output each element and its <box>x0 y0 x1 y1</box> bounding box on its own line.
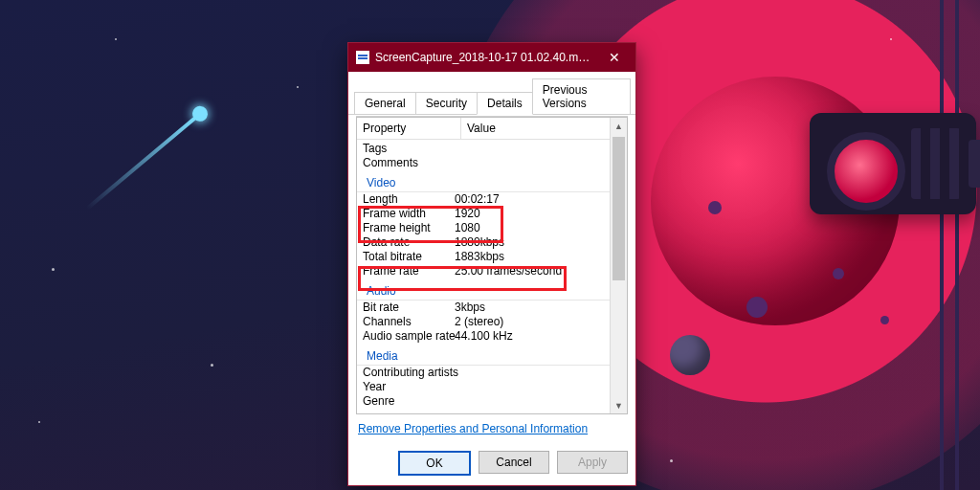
table-header: Property Value <box>357 118 627 140</box>
close-button[interactable]: ✕ <box>593 43 635 72</box>
apply-button[interactable]: Apply <box>557 451 628 474</box>
property-value: 1880kbps <box>455 235 621 250</box>
property-value: 1080 <box>455 221 621 235</box>
property-label: Frame height <box>363 221 455 235</box>
property-label: Genre <box>363 394 455 409</box>
tab-security[interactable]: Security <box>415 92 478 115</box>
property-label: Data rate <box>363 235 455 250</box>
tab-panel-details: Property Value Tags Comments Video Lengt… <box>356 116 628 441</box>
table-row[interactable]: Total bitrate 1883kbps <box>357 250 627 264</box>
property-label: Frame rate <box>363 264 455 278</box>
window-title: ScreenCapture_2018-10-17 01.02.40.mp4 Pr… <box>375 51 593 64</box>
table-body: Tags Comments Video Length 00:02:17 Fram… <box>357 140 627 412</box>
properties-dialog: ScreenCapture_2018-10-17 01.02.40.mp4 Pr… <box>347 42 636 486</box>
row-frame-width[interactable]: Frame width 1920 <box>357 207 627 221</box>
table-row[interactable]: Genre <box>357 394 627 409</box>
property-label: Contributing artists <box>363 366 455 380</box>
section-header-audio: Audio <box>357 280 627 301</box>
tabstrip: General Security Details Previous Versio… <box>348 72 635 115</box>
property-label: Length <box>363 192 455 207</box>
section-header-media: Media <box>357 345 627 366</box>
dialog-button-bar: OK Cancel Apply <box>348 447 635 485</box>
scrollbar-thumb[interactable] <box>612 137 625 280</box>
table-row[interactable]: Audio sample rate 44.100 kHz <box>357 329 627 344</box>
property-value: 1883kbps <box>455 250 621 264</box>
property-value: 1920 <box>455 207 621 221</box>
property-label: Total bitrate <box>363 250 455 264</box>
row-frame-height[interactable]: Frame height 1080 <box>357 221 627 235</box>
property-label: Comments <box>363 156 455 170</box>
tab-details[interactable]: Details <box>477 92 533 115</box>
ok-button[interactable]: OK <box>398 451 471 476</box>
table-row[interactable]: Contributing artists <box>357 366 627 380</box>
property-value: 2 (stereo) <box>455 315 621 329</box>
moon-graphic <box>670 335 710 375</box>
table-row[interactable]: Tags <box>357 142 627 156</box>
titlebar[interactable]: ScreenCapture_2018-10-17 01.02.40.mp4 Pr… <box>348 43 635 72</box>
column-header-property[interactable]: Property <box>357 118 461 139</box>
remove-properties-link[interactable]: Remove Properties and Personal Informati… <box>358 422 588 435</box>
table-row[interactable]: Data rate 1880kbps <box>357 235 627 250</box>
close-icon: ✕ <box>609 50 620 65</box>
property-label: Channels <box>363 315 455 329</box>
table-row[interactable]: Comments <box>357 156 627 170</box>
table-row[interactable]: Year <box>357 380 627 394</box>
property-value <box>455 380 621 394</box>
property-value: 44.100 kHz <box>455 329 621 344</box>
table-row[interactable]: Length 00:02:17 <box>357 192 627 207</box>
table-row[interactable]: Channels 2 (stereo) <box>357 315 627 329</box>
tab-general[interactable]: General <box>354 92 416 115</box>
probe-graphic <box>810 113 976 214</box>
column-header-value[interactable]: Value <box>461 118 627 139</box>
property-label: Tags <box>363 142 455 156</box>
comet-graphic <box>32 32 275 275</box>
row-frame-rate[interactable]: Frame rate 25.00 frames/second <box>357 264 627 278</box>
table-row[interactable]: Bit rate 3kbps <box>357 301 627 315</box>
property-value <box>455 366 621 380</box>
scroll-down-icon[interactable]: ▼ <box>611 397 627 413</box>
scroll-up-icon[interactable]: ▲ <box>611 118 627 134</box>
property-label: Frame width <box>363 207 455 221</box>
property-value <box>455 394 621 409</box>
property-label: Year <box>363 380 455 394</box>
details-table: Property Value Tags Comments Video Lengt… <box>356 117 628 414</box>
probe-tether <box>940 0 944 490</box>
property-value <box>455 156 621 170</box>
cancel-button[interactable]: Cancel <box>479 451 549 474</box>
property-label: Bit rate <box>363 301 455 315</box>
link-row: Remove Properties and Personal Informati… <box>356 414 628 441</box>
section-header-video: Video <box>357 172 627 192</box>
probe-graphic-side <box>969 140 980 188</box>
property-value: 25.00 frames/second <box>455 264 621 278</box>
property-label: Audio sample rate <box>363 329 455 344</box>
probe-tether <box>955 0 959 490</box>
tab-previous-versions[interactable]: Previous Versions <box>532 78 631 115</box>
property-value: 00:02:17 <box>455 192 621 207</box>
file-icon <box>356 51 369 64</box>
vertical-scrollbar[interactable]: ▲ ▼ <box>610 118 627 413</box>
property-value: 3kbps <box>455 301 621 315</box>
property-value <box>455 142 621 156</box>
